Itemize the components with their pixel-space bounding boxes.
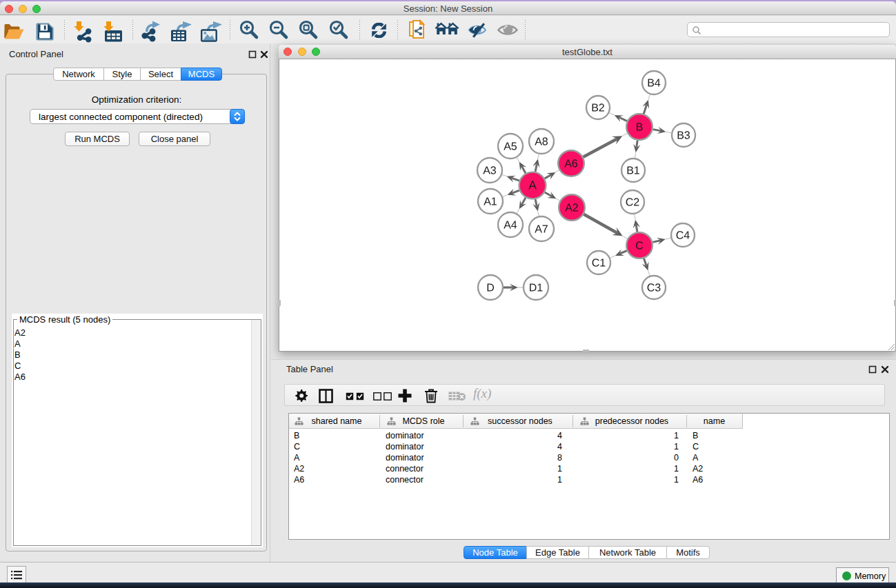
svg-text:C3: C3 [647,281,661,293]
svg-text:A5: A5 [504,140,517,152]
svg-text:C2: C2 [626,196,640,207]
svg-text:B2: B2 [591,101,605,113]
svg-text:D: D [486,281,495,293]
svg-text:C4: C4 [676,229,690,241]
svg-text:A1: A1 [484,195,497,207]
svg-text:A3: A3 [483,164,497,176]
svg-text:A4: A4 [504,219,517,230]
svg-text:A2: A2 [565,201,579,213]
svg-text:B4: B4 [647,77,661,88]
svg-text:A8: A8 [535,135,548,147]
svg-text:B: B [636,121,644,132]
svg-text:A: A [528,178,537,192]
svg-text:B3: B3 [677,129,690,141]
svg-text:B1: B1 [626,164,640,176]
svg-text:C1: C1 [592,256,606,268]
svg-text:A7: A7 [535,223,548,234]
svg-text:C: C [635,239,644,251]
svg-text:A6: A6 [564,157,578,169]
svg-text:D1: D1 [529,281,544,293]
